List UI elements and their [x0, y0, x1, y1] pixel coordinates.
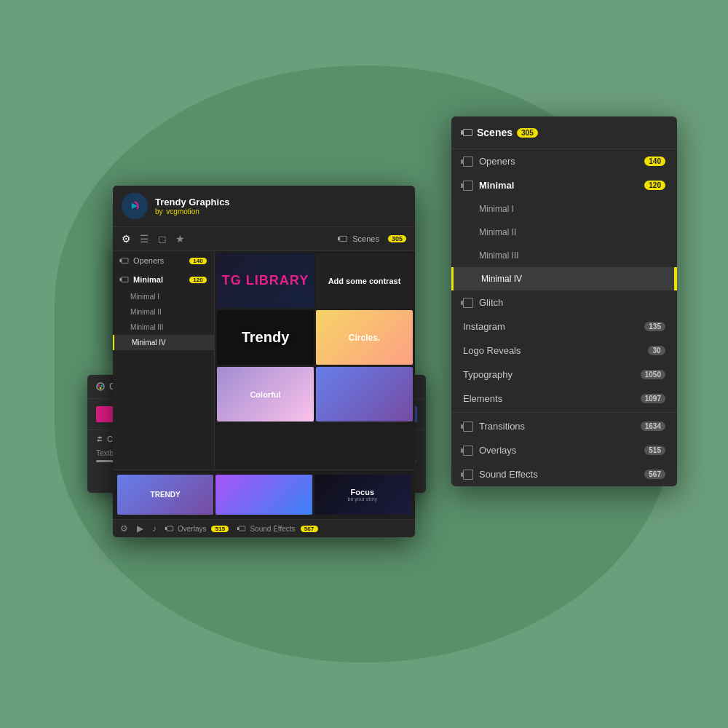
- settings-icon[interactable]: ⚙: [120, 523, 128, 534]
- panel-item-minimal-iii[interactable]: Minimal III: [451, 244, 677, 267]
- panel-item-sound-effects[interactable]: Sound Effects 567: [451, 462, 677, 486]
- document-toolbar-icon[interactable]: ◻: [158, 233, 167, 245]
- instagram-badge: 135: [644, 322, 665, 331]
- nav-minimal-ii[interactable]: Minimal II: [113, 304, 214, 320]
- scenes-panel: Scenes 305 Openers 140 Minimal 120 Minim…: [451, 116, 677, 486]
- bottom-section: TRENDY Focus be your story ⚙ ▶ ♪ Overlay…: [113, 470, 415, 537]
- nav-openers-icon: [122, 258, 129, 264]
- star-toolbar-icon[interactable]: ★: [175, 233, 185, 245]
- panel-item-minimal[interactable]: Minimal 120: [451, 173, 677, 197]
- panel-divider: [451, 412, 677, 413]
- nav-minimal-iv[interactable]: Minimal IV: [113, 335, 214, 350]
- panel-item-minimal-ii[interactable]: Minimal II: [451, 221, 677, 244]
- sidebar-nav: Openers 140 Minimal 120 Minimal I Minima…: [113, 251, 215, 470]
- svg-point-7: [98, 440, 100, 442]
- elements-label: Elements: [463, 393, 502, 404]
- panel-item-elements[interactable]: Elements 1097: [451, 387, 677, 411]
- content-area: TG LIBRARY Add some contrast Trendy Circ…: [215, 251, 415, 470]
- glitch-label: Glitch: [479, 297, 503, 308]
- scenes-nav-icon: [340, 236, 347, 242]
- grid-item-abstract[interactable]: [316, 367, 413, 422]
- toolbar: ⚙ ☰ ◻ ★ Scenes 305: [113, 227, 415, 251]
- minimal-i-label: Minimal I: [479, 204, 514, 214]
- bottom-thumbnails: TRENDY Focus be your story: [113, 470, 415, 519]
- thumb-trendy-text: TRENDY: [151, 491, 181, 499]
- tg-library-text: TG LIBRARY: [222, 273, 309, 288]
- panel-item-minimal-i[interactable]: Minimal I: [451, 197, 677, 221]
- sound-effects-badge: 567: [644, 470, 665, 479]
- sliders-toolbar-icon[interactable]: ⚙: [122, 233, 131, 245]
- panel-item-minimal-iv[interactable]: Minimal IV: [451, 267, 677, 290]
- panel-item-overlays[interactable]: Overlays 515: [451, 438, 677, 462]
- sound-effects-label: Sound Effects: [479, 469, 538, 480]
- panel-item-openers[interactable]: Openers 140: [451, 149, 677, 173]
- app-title: Trendy Graphics: [155, 197, 406, 207]
- grid-item-trendy[interactable]: Trendy: [217, 310, 314, 365]
- logo-reveals-label: Logo Reveals: [463, 345, 521, 356]
- transitions-label: Transitions: [479, 421, 525, 432]
- nav-minimal-i[interactable]: Minimal I: [113, 289, 214, 304]
- controls-icon: [96, 435, 103, 443]
- scenes-panel-header: Scenes 305: [451, 116, 677, 149]
- grid-item-colorful[interactable]: Colorful: [217, 367, 314, 422]
- nav-openers[interactable]: Openers 140: [113, 251, 214, 270]
- svg-point-1: [98, 385, 100, 387]
- app-logo: [122, 193, 148, 219]
- panel-item-typography[interactable]: Typography 1050: [451, 363, 677, 387]
- overlays-bottom-icon: [167, 526, 173, 531]
- glitch-icon: [463, 298, 473, 308]
- overlays-bottom-item[interactable]: Overlays 515: [165, 525, 229, 533]
- main-window: Trendy Graphics by vcgmotion ⚙ ☰ ◻ ★ Sce…: [113, 186, 415, 537]
- nav-openers-badge: 140: [189, 258, 207, 264]
- nav-minimal-iii[interactable]: Minimal III: [113, 320, 214, 335]
- elements-badge: 1097: [641, 394, 665, 403]
- nav-minimal[interactable]: Minimal 120: [113, 270, 214, 289]
- thumb-trendy[interactable]: TRENDY: [117, 475, 213, 515]
- thumb-purple[interactable]: [215, 475, 312, 515]
- overlays-bottom-badge: 515: [211, 526, 229, 532]
- thumb-focus[interactable]: Focus be your story: [314, 475, 411, 515]
- trendy-text: Trendy: [242, 329, 290, 346]
- panel-item-instagram[interactable]: Instagram 135: [451, 314, 677, 339]
- openers-label: Openers: [479, 156, 515, 167]
- minimal-icon: [463, 181, 473, 191]
- focus-text: Focus: [348, 488, 377, 496]
- panel-item-glitch[interactable]: Glitch: [451, 290, 677, 314]
- content-grid: TG LIBRARY Add some contrast Trendy Circ…: [215, 251, 415, 424]
- minimal-ii-label: Minimal II: [479, 227, 516, 237]
- openers-badge: 140: [644, 157, 665, 166]
- music-icon[interactable]: ♪: [152, 523, 157, 534]
- panel-item-logo-reveals[interactable]: Logo Reveals 30: [451, 339, 677, 363]
- transitions-badge: 1634: [641, 422, 665, 431]
- grid-item-circles[interactable]: Circles.: [316, 310, 413, 365]
- minimal-badge: 120: [644, 181, 665, 190]
- app-logo-icon: [126, 197, 143, 215]
- nav-minimal-badge: 120: [189, 277, 207, 283]
- scenes-nav-badge: 305: [388, 235, 406, 242]
- minimal-iii-label: Minimal III: [479, 250, 519, 261]
- app-author: by vcgmotion: [155, 207, 406, 215]
- minimal-label: Minimal: [479, 180, 514, 191]
- selected-accent: [674, 267, 677, 290]
- openers-icon: [463, 157, 473, 167]
- sound-effects-bottom-label: Sound Effects: [250, 525, 295, 533]
- play-icon[interactable]: ▶: [137, 523, 143, 534]
- grid-item-add-contrast[interactable]: Add some contrast: [316, 253, 413, 308]
- minimal-iv-label: Minimal IV: [481, 274, 522, 284]
- grid-item-tg-library[interactable]: TG LIBRARY: [217, 253, 314, 308]
- scenes-panel-title: Scenes: [477, 127, 513, 138]
- scenes-nav: Scenes 305: [339, 234, 406, 243]
- circles-text: Circles.: [349, 333, 380, 343]
- svg-point-2: [101, 385, 103, 387]
- sound-effects-bottom-item[interactable]: Sound Effects 567: [237, 525, 317, 533]
- focus-sub: be your story: [348, 496, 377, 502]
- panel-item-transitions[interactable]: Transitions 1634: [451, 414, 677, 438]
- colorful-text: Colorful: [250, 390, 280, 399]
- svg-point-3: [100, 387, 102, 389]
- svg-point-6: [99, 437, 101, 439]
- transitions-icon: [463, 422, 473, 432]
- list-toolbar-icon[interactable]: ☰: [140, 233, 149, 245]
- overlays-badge: 515: [644, 446, 665, 455]
- sound-effects-bottom-icon: [239, 526, 245, 531]
- add-contrast-text: Add some contrast: [328, 277, 401, 285]
